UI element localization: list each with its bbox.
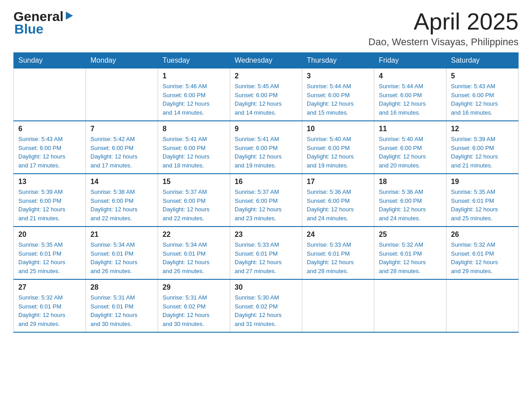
day-number: 8 <box>163 125 225 133</box>
title-block: April 2025 Dao, Western Visayas, Philipp… <box>369 9 519 48</box>
day-info: Sunrise: 5:32 AM Sunset: 6:01 PM Dayligh… <box>379 240 442 275</box>
day-number: 1 <box>163 72 225 80</box>
calendar-cell: 5Sunrise: 5:43 AM Sunset: 6:00 PM Daylig… <box>446 68 519 121</box>
calendar-cell: 11Sunrise: 5:40 AM Sunset: 6:00 PM Dayli… <box>374 121 446 174</box>
day-info: Sunrise: 5:44 AM Sunset: 6:00 PM Dayligh… <box>307 82 369 117</box>
day-info: Sunrise: 5:44 AM Sunset: 6:00 PM Dayligh… <box>379 82 442 117</box>
weekday-header-sunday: Sunday <box>14 53 86 68</box>
day-info: Sunrise: 5:40 AM Sunset: 6:00 PM Dayligh… <box>307 135 369 170</box>
day-info: Sunrise: 5:41 AM Sunset: 6:00 PM Dayligh… <box>235 135 297 170</box>
calendar-cell: 4Sunrise: 5:44 AM Sunset: 6:00 PM Daylig… <box>374 68 446 121</box>
day-number: 20 <box>18 231 81 239</box>
calendar-table: SundayMondayTuesdayWednesdayThursdayFrid… <box>13 52 519 333</box>
calendar-cell: 30Sunrise: 5:30 AM Sunset: 6:02 PM Dayli… <box>230 279 302 332</box>
day-number: 24 <box>307 231 369 239</box>
day-number: 9 <box>235 125 297 133</box>
day-number: 16 <box>235 178 297 186</box>
calendar-cell: 21Sunrise: 5:34 AM Sunset: 6:01 PM Dayli… <box>86 227 158 279</box>
calendar-cell: 10Sunrise: 5:40 AM Sunset: 6:00 PM Dayli… <box>302 121 374 174</box>
weekday-header-thursday: Thursday <box>302 53 374 68</box>
calendar-week-1: 1Sunrise: 5:46 AM Sunset: 6:00 PM Daylig… <box>14 68 519 121</box>
day-info: Sunrise: 5:33 AM Sunset: 6:01 PM Dayligh… <box>235 240 297 275</box>
calendar-cell: 13Sunrise: 5:39 AM Sunset: 6:00 PM Dayli… <box>14 174 86 227</box>
day-info: Sunrise: 5:32 AM Sunset: 6:01 PM Dayligh… <box>451 240 514 275</box>
day-info: Sunrise: 5:43 AM Sunset: 6:00 PM Dayligh… <box>18 135 81 170</box>
calendar-cell <box>86 68 158 121</box>
weekday-header-saturday: Saturday <box>446 53 519 68</box>
day-number: 11 <box>379 125 442 133</box>
day-info: Sunrise: 5:32 AM Sunset: 6:01 PM Dayligh… <box>18 293 81 328</box>
day-info: Sunrise: 5:43 AM Sunset: 6:00 PM Dayligh… <box>451 82 514 117</box>
day-number: 22 <box>163 231 225 239</box>
day-info: Sunrise: 5:30 AM Sunset: 6:02 PM Dayligh… <box>235 293 297 328</box>
day-number: 23 <box>235 231 297 239</box>
day-number: 7 <box>90 125 153 133</box>
calendar-cell: 20Sunrise: 5:35 AM Sunset: 6:01 PM Dayli… <box>14 227 86 279</box>
svg-marker-0 <box>66 12 73 20</box>
day-info: Sunrise: 5:31 AM Sunset: 6:01 PM Dayligh… <box>90 293 153 328</box>
day-info: Sunrise: 5:39 AM Sunset: 6:00 PM Dayligh… <box>451 135 514 170</box>
calendar-cell: 29Sunrise: 5:31 AM Sunset: 6:02 PM Dayli… <box>158 279 230 332</box>
day-number: 4 <box>379 72 442 80</box>
calendar-cell: 15Sunrise: 5:37 AM Sunset: 6:00 PM Dayli… <box>158 174 230 227</box>
day-info: Sunrise: 5:34 AM Sunset: 6:01 PM Dayligh… <box>90 240 153 275</box>
calendar-cell: 3Sunrise: 5:44 AM Sunset: 6:00 PM Daylig… <box>302 68 374 121</box>
calendar-cell: 14Sunrise: 5:38 AM Sunset: 6:00 PM Dayli… <box>86 174 158 227</box>
calendar-week-2: 6Sunrise: 5:43 AM Sunset: 6:00 PM Daylig… <box>14 121 519 174</box>
calendar-cell <box>302 279 374 332</box>
weekday-header-row: SundayMondayTuesdayWednesdayThursdayFrid… <box>14 53 519 68</box>
page-title: April 2025 <box>369 9 519 34</box>
calendar-cell: 12Sunrise: 5:39 AM Sunset: 6:00 PM Dayli… <box>446 121 519 174</box>
day-info: Sunrise: 5:39 AM Sunset: 6:00 PM Dayligh… <box>18 188 81 223</box>
calendar-cell: 28Sunrise: 5:31 AM Sunset: 6:01 PM Dayli… <box>86 279 158 332</box>
day-number: 15 <box>163 178 225 186</box>
day-number: 6 <box>18 125 81 133</box>
calendar-cell: 8Sunrise: 5:41 AM Sunset: 6:00 PM Daylig… <box>158 121 230 174</box>
page-subtitle: Dao, Western Visayas, Philippines <box>369 36 519 48</box>
day-number: 21 <box>90 231 153 239</box>
day-info: Sunrise: 5:31 AM Sunset: 6:02 PM Dayligh… <box>163 293 225 328</box>
day-number: 27 <box>18 283 81 291</box>
day-info: Sunrise: 5:38 AM Sunset: 6:00 PM Dayligh… <box>90 188 153 223</box>
calendar-cell: 7Sunrise: 5:42 AM Sunset: 6:00 PM Daylig… <box>86 121 158 174</box>
logo-flag-icon <box>64 11 74 21</box>
calendar-cell: 27Sunrise: 5:32 AM Sunset: 6:01 PM Dayli… <box>14 279 86 332</box>
day-info: Sunrise: 5:36 AM Sunset: 6:00 PM Dayligh… <box>379 188 442 223</box>
day-number: 25 <box>379 231 442 239</box>
calendar-cell: 1Sunrise: 5:46 AM Sunset: 6:00 PM Daylig… <box>158 68 230 121</box>
calendar-cell: 2Sunrise: 5:45 AM Sunset: 6:00 PM Daylig… <box>230 68 302 121</box>
page-header: General Blue April 2025 Dao, Western Vis… <box>13 9 519 48</box>
day-number: 10 <box>307 125 369 133</box>
calendar-cell: 25Sunrise: 5:32 AM Sunset: 6:01 PM Dayli… <box>374 227 446 279</box>
day-info: Sunrise: 5:33 AM Sunset: 6:01 PM Dayligh… <box>307 240 369 275</box>
calendar-cell: 6Sunrise: 5:43 AM Sunset: 6:00 PM Daylig… <box>14 121 86 174</box>
day-number: 5 <box>451 72 514 80</box>
day-info: Sunrise: 5:46 AM Sunset: 6:00 PM Dayligh… <box>163 82 225 117</box>
logo-blue-text: Blue <box>14 21 43 37</box>
day-info: Sunrise: 5:45 AM Sunset: 6:00 PM Dayligh… <box>235 82 297 117</box>
day-info: Sunrise: 5:35 AM Sunset: 6:01 PM Dayligh… <box>18 240 81 275</box>
day-number: 2 <box>235 72 297 80</box>
day-number: 3 <box>307 72 369 80</box>
calendar-cell: 18Sunrise: 5:36 AM Sunset: 6:00 PM Dayli… <box>374 174 446 227</box>
calendar-week-3: 13Sunrise: 5:39 AM Sunset: 6:00 PM Dayli… <box>14 174 519 227</box>
calendar-cell: 26Sunrise: 5:32 AM Sunset: 6:01 PM Dayli… <box>446 227 519 279</box>
day-info: Sunrise: 5:35 AM Sunset: 6:01 PM Dayligh… <box>451 188 514 223</box>
weekday-header-monday: Monday <box>86 53 158 68</box>
day-number: 13 <box>18 178 81 186</box>
calendar-cell: 17Sunrise: 5:36 AM Sunset: 6:00 PM Dayli… <box>302 174 374 227</box>
day-number: 14 <box>90 178 153 186</box>
calendar-body: 1Sunrise: 5:46 AM Sunset: 6:00 PM Daylig… <box>14 68 519 333</box>
day-number: 26 <box>451 231 514 239</box>
day-info: Sunrise: 5:37 AM Sunset: 6:00 PM Dayligh… <box>235 188 297 223</box>
calendar-cell: 23Sunrise: 5:33 AM Sunset: 6:01 PM Dayli… <box>230 227 302 279</box>
calendar-week-4: 20Sunrise: 5:35 AM Sunset: 6:01 PM Dayli… <box>14 227 519 279</box>
day-number: 17 <box>307 178 369 186</box>
day-info: Sunrise: 5:41 AM Sunset: 6:00 PM Dayligh… <box>163 135 225 170</box>
day-info: Sunrise: 5:36 AM Sunset: 6:00 PM Dayligh… <box>307 188 369 223</box>
day-info: Sunrise: 5:37 AM Sunset: 6:00 PM Dayligh… <box>163 188 225 223</box>
calendar-cell <box>446 279 519 332</box>
day-number: 19 <box>451 178 514 186</box>
calendar-cell: 24Sunrise: 5:33 AM Sunset: 6:01 PM Dayli… <box>302 227 374 279</box>
calendar-cell: 16Sunrise: 5:37 AM Sunset: 6:00 PM Dayli… <box>230 174 302 227</box>
